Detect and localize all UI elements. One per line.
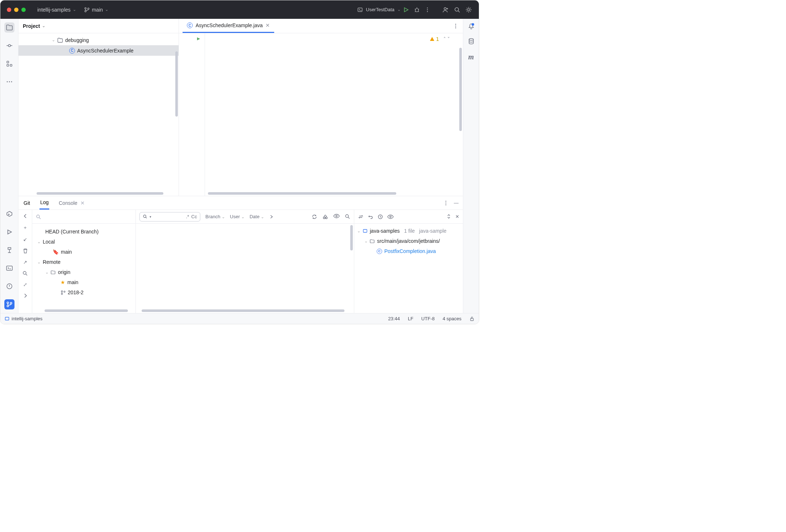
local-branches[interactable]: ⌄Local xyxy=(32,237,135,247)
tab-console[interactable]: Console✕ xyxy=(58,196,85,210)
code-area[interactable]: ▶ 1 ˄˅ xyxy=(179,33,463,196)
structure-tool-button[interactable] xyxy=(4,59,14,69)
terminal-tool-button[interactable] xyxy=(4,263,14,273)
tab-git[interactable]: Git xyxy=(23,196,31,210)
status-time[interactable]: 23:44 xyxy=(388,316,400,321)
branch-selector[interactable]: main ⌄ xyxy=(84,7,108,13)
prev-highlight-icon[interactable]: ˄ xyxy=(443,36,446,42)
svg-point-35 xyxy=(323,217,325,219)
problems-tool-button[interactable] xyxy=(4,281,14,291)
history-icon[interactable] xyxy=(377,214,383,219)
next-highlight-icon[interactable]: ˅ xyxy=(447,36,450,42)
run-button[interactable] xyxy=(401,4,411,15)
changed-file[interactable]: C PostfixCompletion.java xyxy=(354,246,463,256)
remote-branches[interactable]: ⌄Remote xyxy=(32,257,135,267)
search-icon[interactable] xyxy=(451,4,463,16)
changes-tree[interactable]: ⌄ java-samples 1 file java-sample ⌄ src/… xyxy=(354,224,463,258)
close-icon[interactable]: ✕ xyxy=(455,214,459,219)
commit-tool-button[interactable] xyxy=(4,41,14,51)
branch-search[interactable] xyxy=(32,210,135,224)
minimize-window[interactable] xyxy=(14,8,18,12)
code-body[interactable] xyxy=(205,33,463,196)
maven-tool-button[interactable]: m xyxy=(468,53,474,61)
close-icon[interactable]: ✕ xyxy=(80,200,85,206)
vcs-tool-button[interactable] xyxy=(4,299,14,309)
swap-icon[interactable] xyxy=(358,214,364,220)
panel-more-icon[interactable] xyxy=(443,200,449,206)
gutter-run-icon[interactable]: ▶ xyxy=(197,35,200,41)
scrollbar-horizontal[interactable] xyxy=(208,192,396,195)
status-eol[interactable]: LF xyxy=(408,316,413,321)
readonly-toggle[interactable] xyxy=(469,316,474,321)
project-tool-button[interactable] xyxy=(4,22,14,33)
status-indent[interactable]: 4 spaces xyxy=(443,316,461,321)
changes-pane: ✕ ⌄ java-samples 1 file java-sample ⌄ xyxy=(354,210,463,313)
status-encoding[interactable]: UTF-8 xyxy=(421,316,435,321)
scrollbar-vertical[interactable] xyxy=(175,51,178,117)
eye-icon[interactable] xyxy=(333,214,340,220)
diff-icon[interactable]: ⤢ xyxy=(23,282,27,287)
forward-icon[interactable] xyxy=(23,293,28,298)
expand-icon[interactable] xyxy=(447,214,451,219)
gutter[interactable] xyxy=(179,33,205,196)
head-branch[interactable]: HEAD (Current Branch) xyxy=(32,227,135,237)
project-pane-header[interactable]: Project ⌄ xyxy=(18,19,179,33)
add-icon[interactable]: ＋ xyxy=(23,224,28,231)
date-filter[interactable]: Date ⌄ xyxy=(250,214,264,219)
inspection-widget[interactable]: 1 ˄˅ xyxy=(430,36,450,42)
delete-icon[interactable] xyxy=(22,248,28,254)
cherry-pick-icon[interactable] xyxy=(322,214,328,220)
search-icon[interactable] xyxy=(345,214,350,220)
eye-icon[interactable] xyxy=(387,215,394,219)
scrollbar-vertical[interactable] xyxy=(459,48,462,131)
more-tools-icon[interactable] xyxy=(4,77,14,87)
search-icon[interactable] xyxy=(22,271,28,276)
back-icon[interactable] xyxy=(23,214,28,219)
hide-panel-icon[interactable]: — xyxy=(454,200,459,206)
branch-filter[interactable]: Branch ⌄ xyxy=(205,214,225,219)
more-filters-icon[interactable] xyxy=(269,215,273,219)
database-tool-button[interactable] xyxy=(468,38,475,45)
scrollbar-horizontal[interactable] xyxy=(142,309,344,312)
tree-file[interactable]: CAsyncSchedulerExample xyxy=(18,45,179,56)
revert-icon[interactable] xyxy=(368,214,373,219)
build-tool-button[interactable] xyxy=(4,245,14,255)
more-actions-icon[interactable] xyxy=(422,5,432,15)
scrollbar-horizontal[interactable] xyxy=(45,309,128,312)
branch-item[interactable]: 2018-2 xyxy=(32,287,135,297)
changes-root[interactable]: ⌄ java-samples 1 file java-sample xyxy=(354,226,463,236)
project-selector[interactable]: intellij-samples ⌄ xyxy=(37,7,76,13)
settings-icon[interactable] xyxy=(463,4,474,16)
status-module[interactable]: intellij-samples xyxy=(12,316,42,321)
tab-log[interactable]: Log xyxy=(39,196,49,210)
branch-item[interactable]: ★main xyxy=(32,277,135,287)
run-config-selector[interactable]: UserTestData ⌄ xyxy=(357,7,401,13)
project-tree[interactable]: ⌄ debugging CAsyncSchedulerExample xyxy=(18,33,179,196)
maximize-window[interactable] xyxy=(21,8,26,12)
user-filter[interactable]: User ⌄ xyxy=(230,214,244,219)
commit-list[interactable] xyxy=(136,224,354,313)
tree-folder[interactable]: ⌄ debugging xyxy=(18,35,179,45)
refresh-icon[interactable] xyxy=(312,214,317,220)
notifications-button[interactable] xyxy=(468,22,475,30)
tab-more-icon[interactable] xyxy=(453,23,459,29)
editor-tab[interactable]: C AsyncSchedulerExample.java ✕ xyxy=(183,19,274,33)
run-tool-button[interactable] xyxy=(4,227,14,237)
changes-path[interactable]: ⌄ src/main/java/com/jetbrains/ xyxy=(354,236,463,246)
scrollbar-horizontal[interactable] xyxy=(37,192,163,195)
services-tool-button[interactable] xyxy=(4,209,14,219)
debug-button[interactable] xyxy=(411,4,422,15)
incoming-icon[interactable]: ↙ xyxy=(23,237,27,242)
remote-origin[interactable]: ⌄origin xyxy=(32,267,135,277)
scrollbar-vertical[interactable] xyxy=(350,225,353,250)
close-tab-icon[interactable]: ✕ xyxy=(266,22,270,28)
commit-list-pane: ▾ .* Cc Branch ⌄ User ⌄ Date ⌄ xyxy=(136,210,354,313)
regex-toggle[interactable]: .* xyxy=(186,214,189,219)
close-window[interactable] xyxy=(7,8,11,12)
code-with-me-icon[interactable] xyxy=(440,4,451,16)
outgoing-icon[interactable]: ↗ xyxy=(23,259,27,265)
match-case-toggle[interactable]: Cc xyxy=(191,214,197,219)
run-config-name: UserTestData xyxy=(366,7,394,12)
commit-search[interactable]: ▾ .* Cc xyxy=(139,212,200,221)
branch-item[interactable]: 🔖main xyxy=(32,247,135,257)
